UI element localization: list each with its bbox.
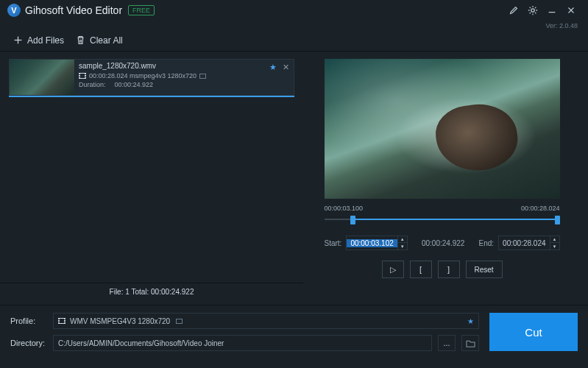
expand-icon[interactable] <box>199 74 206 79</box>
directory-value: C:/Users/ADMIN/Documents/Gihosoft/Video … <box>58 339 224 347</box>
clear-all-button[interactable]: Clear All <box>70 32 129 49</box>
mark-out-button[interactable]: ] <box>438 261 460 278</box>
start-label: Start: <box>325 239 342 247</box>
directory-label: Directory: <box>10 339 47 347</box>
open-folder-button[interactable] <box>461 335 479 351</box>
file-list-panel: sample_1280x720.wmv 00:00:28.024 msmpeg4… <box>9 59 294 300</box>
film-icon <box>58 318 65 324</box>
timeline-end-label: 00:00:28.024 <box>521 205 560 212</box>
star-icon[interactable]: ★ <box>269 63 277 72</box>
browse-button[interactable]: ... <box>438 335 456 351</box>
end-stepper[interactable]: ▲▼ <box>550 236 559 250</box>
end-time-input[interactable]: 00:00:28.024 ▲▼ <box>498 236 559 250</box>
end-time-value: 00:00:28.024 <box>499 239 549 247</box>
duration-value: 00:00:24.922 <box>115 81 154 88</box>
start-stepper[interactable]: ▲▼ <box>397 236 407 250</box>
cut-button[interactable]: Cut <box>489 313 578 351</box>
file-toolbar: Add Files Clear All <box>0 29 588 52</box>
mid-duration: 00:00:24.922 <box>412 239 475 247</box>
expand-icon <box>176 319 183 324</box>
app-title: Gihosoft Video Editor <box>25 4 122 16</box>
directory-input[interactable]: C:/Users/ADMIN/Documents/Gihosoft/Video … <box>53 335 432 351</box>
free-badge: FREE <box>128 5 155 15</box>
film-icon <box>79 73 86 79</box>
file-item[interactable]: sample_1280x720.wmv 00:00:28.024 msmpeg4… <box>9 59 294 96</box>
selection-indicator <box>9 96 294 97</box>
start-time-input[interactable]: 00:00:03.102 ▲▼ <box>346 236 407 250</box>
settings-icon[interactable] <box>523 1 542 20</box>
favorite-icon[interactable]: ★ <box>467 317 474 325</box>
mark-in-button[interactable]: [ <box>410 261 432 278</box>
duration-label: Duration: <box>79 81 106 88</box>
timeline-start-handle[interactable] <box>350 216 355 224</box>
profile-label: Profile: <box>10 316 47 325</box>
timeline-start-label: 00:00:03.100 <box>325 205 364 212</box>
reset-button[interactable]: Reset <box>466 261 503 278</box>
minimize-button[interactable] <box>542 1 562 20</box>
add-files-button[interactable]: Add Files <box>7 32 70 49</box>
close-button[interactable] <box>562 1 581 20</box>
play-button[interactable]: ▷ <box>382 261 404 278</box>
file-thumbnail <box>10 60 74 95</box>
timeline-track[interactable] <box>325 215 560 225</box>
file-meta: 00:00:28.024 msmpeg4v3 1280x720 <box>89 72 196 79</box>
bottom-bar: Profile: WMV MSMPEG4V3 1280x720 ★ Direct… <box>0 305 588 364</box>
version-label: Ver: 2.0.48 <box>0 21 588 29</box>
add-files-label: Add Files <box>27 35 64 46</box>
start-time-value: 00:00:03.102 <box>347 239 397 247</box>
app-logo: V <box>7 4 21 17</box>
end-label: End: <box>479 239 495 247</box>
timeline-end-handle[interactable] <box>555 216 560 224</box>
preview-panel: 00:00:03.100 00:00:28.024 Start: 00:00:0… <box>305 59 579 300</box>
titlebar: V Gihosoft Video Editor FREE <box>0 0 588 21</box>
svg-point-0 <box>531 9 534 12</box>
remove-file-icon[interactable]: ✕ <box>283 63 289 72</box>
profile-value: WMV MSMPEG4V3 1280x720 <box>70 317 170 325</box>
file-name: sample_1280x720.wmv <box>79 62 289 70</box>
edit-icon[interactable] <box>504 1 523 20</box>
video-preview[interactable] <box>325 59 560 199</box>
clear-all-label: Clear All <box>90 35 123 46</box>
profile-select[interactable]: WMV MSMPEG4V3 1280x720 ★ <box>53 313 479 329</box>
file-totals: File: 1 Total: 00:00:24.922 <box>0 283 303 300</box>
